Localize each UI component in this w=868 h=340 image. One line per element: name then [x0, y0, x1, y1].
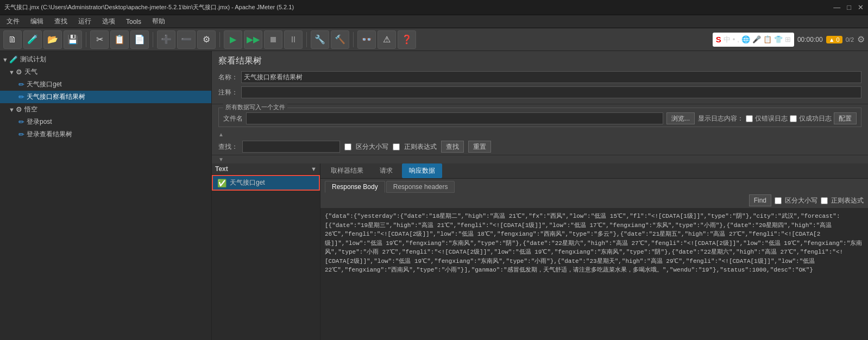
error-log-label: 仅错误日志 [755, 114, 788, 123]
tree-item-tianqi-result[interactable]: ✏ 天气接口察看结果树 [0, 91, 211, 103]
divider-down[interactable]: ▼ [212, 155, 868, 163]
new-btn[interactable]: 🗎 [3, 30, 22, 49]
menu-item-运行[interactable]: 运行 [74, 16, 96, 27]
tree-item-login-result[interactable]: ✏ 登录查看结果树 [0, 128, 211, 141]
sougou-icon8: ⊞ [785, 35, 791, 43]
menu-item-帮助[interactable]: 帮助 [148, 16, 169, 27]
find-regex-checkbox[interactable] [821, 197, 828, 204]
right-panel: 取样器结果 请求 响应数据 Response Body Response hea… [320, 163, 868, 340]
file-input[interactable] [246, 112, 663, 124]
clear-all-btn[interactable]: 🔨 [331, 30, 349, 49]
sub-tab-response-body[interactable]: Response Body [325, 181, 385, 193]
comment-label: 注释： [218, 88, 238, 97]
result-item-tianqi-get[interactable]: ✅ 天气接口get [212, 175, 320, 191]
timer-display: 00:00:00 [797, 36, 823, 43]
sep2 [153, 32, 153, 47]
maximize-btn[interactable]: □ [847, 3, 851, 11]
label-tianqi-get: 天气接口get [27, 80, 62, 89]
menu-item-Tools[interactable]: Tools [122, 17, 146, 27]
search-bar: 查找： 区分大小写 正则表达式 查找 重置 [212, 138, 868, 155]
tree-item-login-post[interactable]: ✏ 登录post [0, 116, 211, 128]
result-dropdown-btn[interactable]: ▼ [311, 166, 317, 172]
tree-item-testplan[interactable]: ▼ 🧪 测试计划 [0, 53, 211, 66]
tab-sampler-result[interactable]: 取样器结果 [324, 163, 370, 178]
menu-item-编辑[interactable]: 编辑 [26, 16, 48, 27]
tree-item-wukong[interactable]: ▼ ⚙ 悟空 [0, 103, 211, 116]
find-case-label: 区分大小写 [785, 196, 817, 205]
toolbar: 🗎 🧪 📂 💾 ✂ 📋 📄 ➕ ➖ ⚙ ▶ ▶▶ ⏹ ⏸ 🔧 🔨 👓 ⚠ ❓ S… [0, 28, 868, 51]
tree-item-tianqi-get[interactable]: ✏ 天气接口get [0, 78, 211, 91]
name-label: 名称： [218, 73, 238, 82]
regex-checkbox[interactable] [393, 143, 400, 150]
template-btn[interactable]: 🧪 [23, 30, 42, 49]
name-row: 名称： [218, 71, 861, 83]
menubar: 文件编辑查找运行选项Tools帮助 [0, 15, 868, 28]
case-sensitive-checkbox[interactable] [344, 143, 351, 150]
label-login-post: 登录post [27, 117, 52, 127]
cut-btn[interactable]: ✂ [90, 30, 109, 49]
titlebar-title: 天气接口.jmx (C:\Users\Administrator\Desktop… [4, 3, 294, 11]
arrow-tianqi: ▼ [9, 69, 15, 75]
sep3 [219, 32, 220, 47]
comment-input[interactable] [241, 86, 861, 98]
titlebar: 天气接口.jmx (C:\Users\Administrator\Desktop… [0, 0, 868, 15]
sep1 [86, 32, 86, 47]
browse-btn[interactable]: 👓 [357, 30, 376, 49]
find-bar: Find 区分大小写 正则表达式 [320, 193, 868, 209]
divider-up[interactable]: ▲ [212, 130, 868, 138]
sougou-icon1: 中 [724, 35, 731, 45]
find-response-btn[interactable]: Find [749, 194, 771, 206]
warn-btn[interactable]: ⚠ [378, 30, 396, 49]
find-btn[interactable]: 查找 [441, 141, 464, 153]
success-log-checkbox[interactable] [790, 115, 797, 122]
open-btn[interactable]: 📂 [43, 30, 62, 49]
browse-file-btn[interactable]: 浏览... [666, 112, 695, 124]
tree-item-tianqi[interactable]: ▼ ⚙ 天气 [0, 66, 211, 78]
close-btn[interactable]: ✕ [858, 3, 864, 11]
minimize-btn[interactable]: — [833, 3, 840, 11]
file-section: 所有数据写入一个文件 文件名 浏览... 显示日志内容： 仅错误日志 仅成功日志… [218, 108, 861, 127]
comment-row: 注释： [218, 86, 861, 98]
remove-btn[interactable]: ➖ [177, 30, 196, 49]
save-btn[interactable]: 💾 [64, 30, 82, 49]
sub-tab-response-headers[interactable]: Response headers [386, 181, 455, 193]
name-input[interactable] [241, 71, 861, 83]
config-btn[interactable]: 配置 [834, 112, 857, 124]
copy-btn[interactable]: 📋 [110, 30, 129, 49]
result-item-label: 天气接口get [230, 178, 265, 187]
paste-btn[interactable]: 📄 [130, 30, 149, 49]
start-no-pauses-btn[interactable]: ▶▶ [244, 30, 262, 49]
shutdown-btn[interactable]: ⏸ [284, 30, 303, 49]
toolbar-right: S 中 • , 🌐 🎤 📋 👕 ⊞ 00:00:00 ▲ 0 0/2 ⚙ [713, 33, 865, 47]
response-body: {"data":{"yesterday":{"date":"18星期二","hi… [320, 209, 868, 340]
warn-badge: ▲ 0 [826, 36, 842, 43]
sougou-icon4: 🌐 [741, 35, 750, 43]
tab-request[interactable]: 请求 [373, 163, 400, 178]
search-label: 查找： [218, 142, 238, 152]
icon-login-post: ✏ [18, 118, 24, 126]
menu-item-选项[interactable]: 选项 [98, 16, 119, 27]
reset-btn[interactable]: 重置 [468, 141, 491, 153]
add-btn[interactable]: ➕ [157, 30, 175, 49]
find-regex-label: 正则表达式 [831, 196, 864, 205]
start-btn[interactable]: ▶ [224, 30, 242, 49]
help-btn[interactable]: ❓ [398, 30, 416, 49]
menu-item-文件[interactable]: 文件 [2, 16, 24, 27]
result-list: Text ▼ ✅ 天气接口get [212, 163, 320, 340]
search-input[interactable] [242, 141, 340, 153]
sougou-s-icon: S [716, 35, 721, 44]
sougou-icon5: 🎤 [752, 35, 761, 43]
menu-item-查找[interactable]: 查找 [50, 16, 72, 27]
settings-gear-icon[interactable]: ⚙ [857, 34, 865, 45]
arrow-testplan: ▼ [2, 56, 8, 63]
settings-btn[interactable]: ⚙ [197, 30, 216, 49]
response-sub-tabs: Response Body Response headers [320, 179, 868, 193]
label-wukong: 悟空 [24, 105, 37, 114]
clear-btn[interactable]: 🔧 [311, 30, 329, 49]
stop-btn[interactable]: ⏹ [264, 30, 282, 49]
find-case-checkbox[interactable] [775, 197, 782, 204]
tab-response-data[interactable]: 响应数据 [402, 163, 442, 178]
result-area: Text ▼ ✅ 天气接口get 取样器结果 请求 响应数据 Res [212, 163, 868, 340]
error-log-checkbox[interactable] [746, 115, 753, 122]
icon-tianqi-result: ✏ [18, 93, 24, 101]
